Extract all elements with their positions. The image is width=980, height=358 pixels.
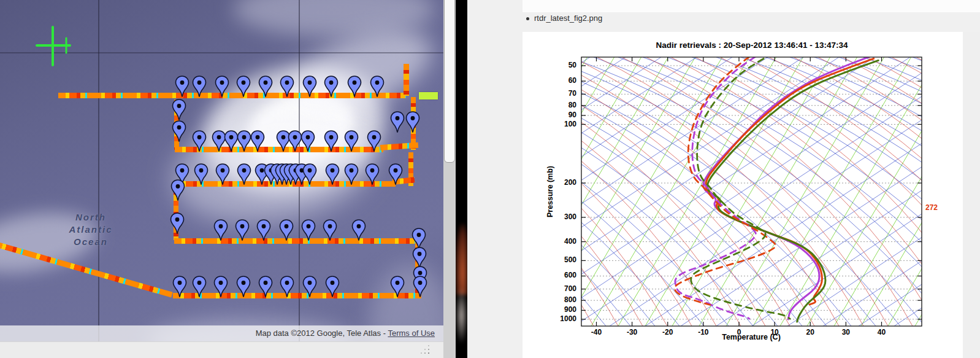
ocean-label-line: Atlantic (54, 224, 128, 236)
series-temperature-3 (707, 60, 878, 322)
map-marker[interactable] (324, 130, 339, 152)
page-top-band (523, 0, 980, 12)
plot-title: Nadir retrievals : 20-Sep-2012 13:46:41 … (581, 41, 922, 50)
series-temperature-2 (706, 58, 874, 304)
map-gridline-vertical (98, 0, 99, 358)
y-tick-label: 500 (540, 255, 576, 264)
map-marker[interactable] (280, 276, 294, 298)
map-marker[interactable] (365, 163, 380, 185)
window-gap (456, 0, 467, 358)
map-marker[interactable] (194, 163, 209, 185)
x-tick-label: 10 (761, 328, 788, 337)
map-marker[interactable] (213, 219, 228, 241)
map-marker[interactable] (325, 163, 340, 185)
map-marker[interactable] (347, 76, 362, 98)
map-marker[interactable] (324, 76, 339, 98)
map-marker[interactable] (344, 130, 359, 152)
page-background (467, 0, 523, 358)
map-marker[interactable] (302, 276, 317, 298)
map-marker[interactable] (175, 76, 189, 98)
map-marker[interactable] (280, 76, 294, 98)
ocean-label: North Atlantic Ocean (54, 211, 128, 248)
map-marker[interactable] (192, 130, 207, 152)
map-marker[interactable] (258, 76, 273, 98)
map-marker[interactable] (237, 130, 251, 152)
y-tick-label: 400 (540, 237, 576, 246)
map-marker[interactable] (192, 76, 207, 98)
skewt-plot (523, 32, 963, 358)
map-marker[interactable] (302, 163, 317, 185)
map-marker[interactable] (413, 276, 427, 298)
y-tick-label: 300 (540, 212, 576, 221)
y-tick-label: 800 (540, 295, 576, 304)
y-tick-label: 200 (540, 178, 576, 187)
map-marker[interactable] (172, 276, 187, 298)
map-marker[interactable] (258, 276, 273, 298)
flight-track-highlight (419, 92, 438, 99)
background-photo-fragment (456, 287, 467, 344)
scrollbar-thumb[interactable] (444, 0, 455, 163)
background-photo-fragment (456, 224, 467, 295)
attribution-text: Map data ©2012 Google, Tele Atlas - (256, 329, 388, 338)
map-marker[interactable] (323, 219, 337, 241)
map-marker[interactable] (302, 76, 317, 98)
map-marker[interactable] (279, 219, 294, 241)
map-marker[interactable] (172, 120, 186, 142)
ocean-label-line: North (54, 211, 128, 224)
y-tick-label: 600 (540, 271, 576, 279)
map-marker[interactable] (344, 163, 359, 185)
flight-track-segment (404, 64, 409, 96)
map-marker[interactable] (325, 276, 340, 298)
map-marker[interactable] (301, 130, 315, 152)
map-marker[interactable] (170, 212, 185, 235)
map-marker[interactable] (215, 163, 230, 185)
y-tick-label: 60 (540, 76, 576, 85)
map-marker[interactable] (215, 76, 229, 98)
ocean-label-line: Ocean (54, 236, 128, 248)
scrollbar-track[interactable] (443, 0, 456, 358)
x-tick-label: -40 (583, 328, 610, 337)
x-tick-label: 30 (832, 328, 859, 337)
x-tick-label: -20 (654, 328, 681, 337)
map-marker[interactable] (250, 130, 265, 152)
map-marker[interactable] (236, 76, 251, 98)
map-marker[interactable] (172, 99, 186, 121)
map-marker[interactable] (170, 179, 185, 201)
map-marker[interactable] (237, 163, 251, 185)
flight-track-segment (173, 293, 421, 298)
map-marker[interactable] (235, 219, 250, 241)
x-tick-label: 20 (797, 328, 824, 337)
map-marker[interactable] (367, 130, 381, 152)
annotation-272: 272 (925, 203, 938, 212)
y-axis-label: Pressure (mb) (546, 166, 554, 217)
map-marker[interactable] (236, 276, 251, 298)
page-background-right (963, 32, 980, 358)
figure-filename: rtdr_latest_fig2.png (534, 14, 602, 23)
map-marker[interactable] (256, 219, 271, 241)
map-window[interactable]: North Atlantic Ocean (0, 0, 443, 358)
y-tick-label: 100 (540, 120, 576, 128)
map-attribution: Map data ©2012 Google, Tele Atlas - Term… (0, 325, 443, 341)
y-tick-label: 900 (540, 305, 576, 314)
map-marker[interactable] (390, 111, 405, 133)
map-marker[interactable] (388, 163, 403, 185)
x-tick-label: -10 (690, 328, 717, 337)
map-marker[interactable] (370, 76, 385, 98)
y-tick-label: 70 (540, 89, 576, 98)
map-marker[interactable] (192, 276, 207, 298)
map-marker[interactable] (405, 111, 420, 133)
x-tick-label: 0 (725, 328, 752, 337)
list-bullet (526, 17, 529, 20)
y-tick-label: 50 (540, 61, 576, 69)
map-marker[interactable] (351, 219, 366, 241)
aircraft-icon[interactable] (34, 25, 77, 68)
x-tick-label: -30 (619, 328, 646, 337)
x-tick-label: 40 (868, 328, 895, 337)
y-tick-label: 700 (540, 284, 576, 293)
map-marker[interactable] (390, 276, 405, 298)
map-marker[interactable] (301, 219, 316, 241)
flight-track-segment (174, 238, 416, 244)
terms-of-use-link[interactable]: Terms of Use (388, 329, 435, 338)
map-marker[interactable] (213, 276, 228, 298)
resize-grip[interactable] (419, 344, 421, 345)
